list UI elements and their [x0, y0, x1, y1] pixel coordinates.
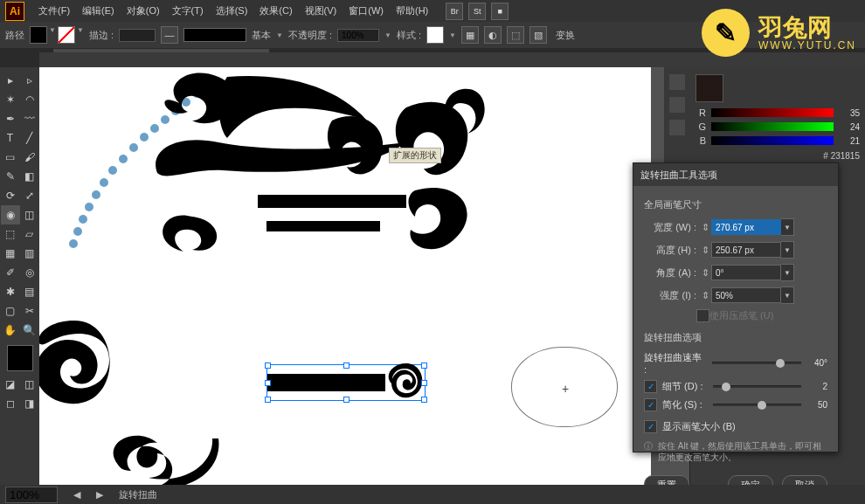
nav-prev-icon[interactable]: ◀: [73, 489, 80, 501]
g-value[interactable]: 24: [839, 122, 860, 132]
rectangle-tool-icon[interactable]: ▭: [1, 148, 20, 167]
column-graph-tool-icon[interactable]: ▤: [20, 282, 39, 301]
chevron-down-icon[interactable]: ▼: [781, 287, 794, 304]
menu-select[interactable]: 选择(S): [211, 2, 253, 20]
width-warp-tool-icon[interactable]: ◉: [1, 205, 20, 224]
canvas[interactable]: 扩展的形状 +: [39, 67, 651, 485]
direct-selection-tool-icon[interactable]: ▹: [20, 71, 39, 90]
line-tool-icon[interactable]: ╱: [20, 128, 39, 148]
shape-builder-tool-icon[interactable]: ⬚: [1, 224, 20, 244]
symbol-sprayer-tool-icon[interactable]: ✱: [1, 282, 20, 301]
simplify-checkbox[interactable]: [644, 398, 657, 411]
height-input[interactable]: [711, 242, 781, 258]
zoom-tool-icon[interactable]: 🔍: [20, 321, 39, 340]
angle-input[interactable]: [711, 265, 781, 280]
arrange-icon[interactable]: ■: [491, 3, 509, 20]
resize-handle[interactable]: [421, 380, 427, 386]
resize-handle[interactable]: [265, 380, 271, 386]
intensity-input[interactable]: [711, 287, 781, 303]
stroke-weight-input[interactable]: [119, 29, 156, 42]
menu-window[interactable]: 窗口(W): [343, 2, 389, 20]
menu-edit[interactable]: 编辑(E): [77, 2, 120, 20]
r-slider[interactable]: [711, 108, 834, 117]
opacity-input[interactable]: [337, 29, 379, 42]
mesh-tool-icon[interactable]: ▦: [1, 244, 20, 263]
magic-wand-tool-icon[interactable]: ✶: [1, 90, 20, 109]
transform-button[interactable]: 变换: [556, 29, 575, 42]
scale-tool-icon[interactable]: ⤢: [20, 186, 39, 205]
menu-help[interactable]: 帮助(H): [391, 2, 433, 20]
lasso-tool-icon[interactable]: ◠: [20, 90, 39, 109]
chevron-down-icon[interactable]: ▼: [781, 218, 794, 236]
selection-tool-icon[interactable]: ▸: [1, 71, 20, 90]
graphic-style-icon[interactable]: [426, 26, 444, 44]
chevron-down-icon[interactable]: ▼: [781, 264, 794, 281]
dialog-title[interactable]: 旋转扭曲工具选项: [633, 163, 838, 186]
perspective-tool-icon[interactable]: ▱: [20, 224, 39, 244]
nav-next-icon[interactable]: ▶: [96, 489, 103, 501]
blend-tool-icon[interactable]: ◎: [20, 263, 39, 282]
stroke-swatch-icon[interactable]: [58, 26, 75, 44]
menu-type[interactable]: 文字(T): [167, 2, 209, 20]
resize-handle[interactable]: [343, 362, 349, 369]
hex-value[interactable]: 231815: [831, 151, 860, 161]
menu-file[interactable]: 文件(F): [33, 2, 75, 20]
brush-preset-icon[interactable]: [183, 28, 246, 42]
type-tool-icon[interactable]: T: [1, 128, 20, 148]
menu-view[interactable]: 视图(V): [300, 2, 343, 20]
eyedropper-tool-icon[interactable]: ✐: [1, 263, 20, 282]
fill-color-swatch[interactable]: [7, 345, 33, 371]
g-slider[interactable]: [711, 122, 834, 131]
gradient-mode-icon[interactable]: ◫: [20, 375, 39, 394]
width-stepper-icon[interactable]: ⇕: [702, 222, 709, 233]
b-slider[interactable]: [711, 136, 834, 145]
free-transform-tool-icon[interactable]: ◫: [20, 205, 39, 224]
isolate-icon[interactable]: ▧: [529, 26, 547, 44]
selected-object[interactable]: [266, 364, 426, 401]
panel-shortcut-icon[interactable]: [669, 120, 685, 135]
fill-swatch-icon[interactable]: [30, 26, 47, 44]
zoom-level-input[interactable]: [5, 487, 58, 503]
resize-handle[interactable]: [421, 362, 427, 369]
eraser-tool-icon[interactable]: ◧: [20, 167, 39, 186]
angle-stepper-icon[interactable]: ⇕: [702, 267, 709, 279]
curvature-tool-icon[interactable]: 〰: [20, 109, 39, 128]
shape-builder-icon[interactable]: ⬚: [507, 26, 524, 44]
width-input[interactable]: [711, 219, 781, 235]
rotate-tool-icon[interactable]: ⟳: [1, 186, 20, 205]
bridge-shortcut-icon[interactable]: Br: [446, 3, 463, 20]
panel-shortcut-icon[interactable]: [669, 74, 685, 90]
twirl-rate-slider[interactable]: [712, 362, 801, 364]
color-preview-swatch[interactable]: [695, 74, 723, 102]
recolor-icon[interactable]: ◐: [484, 26, 502, 44]
pen-tool-icon[interactable]: ✒: [1, 109, 20, 128]
color-mode-icon[interactable]: ◪: [1, 375, 20, 394]
resize-handle[interactable]: [421, 397, 427, 403]
screen-mode-icon[interactable]: ◨: [20, 394, 39, 413]
b-value[interactable]: 21: [839, 136, 860, 146]
height-stepper-icon[interactable]: ⇕: [702, 245, 709, 256]
gradient-tool-icon[interactable]: ▥: [20, 244, 39, 263]
detail-checkbox[interactable]: [644, 380, 657, 393]
hand-tool-icon[interactable]: ✋: [1, 321, 20, 340]
panel-shortcut-icon[interactable]: [669, 97, 685, 113]
resize-handle[interactable]: [265, 397, 271, 403]
menu-effect[interactable]: 效果(C): [254, 2, 297, 20]
simplify-slider[interactable]: [713, 404, 801, 406]
menu-object[interactable]: 对象(O): [121, 2, 165, 20]
draw-mode-icon[interactable]: ◻: [1, 394, 20, 413]
r-value[interactable]: 35: [839, 108, 860, 118]
show-brush-checkbox[interactable]: [644, 420, 657, 433]
slice-tool-icon[interactable]: ✂: [20, 301, 39, 321]
intensity-stepper-icon[interactable]: ⇕: [702, 290, 709, 301]
detail-slider[interactable]: [713, 385, 801, 388]
paintbrush-tool-icon[interactable]: 🖌: [20, 148, 39, 167]
align-icon[interactable]: ▦: [461, 26, 479, 44]
resize-handle[interactable]: [343, 397, 349, 403]
chevron-down-icon[interactable]: ▼: [781, 241, 794, 259]
option-fill-stroke[interactable]: ▼ ▼: [30, 26, 84, 44]
stroke-variable-width-icon[interactable]: —: [161, 26, 178, 44]
stock-shortcut-icon[interactable]: St: [468, 3, 486, 20]
resize-handle[interactable]: [265, 362, 271, 369]
artboard-tool-icon[interactable]: ▢: [1, 301, 20, 321]
